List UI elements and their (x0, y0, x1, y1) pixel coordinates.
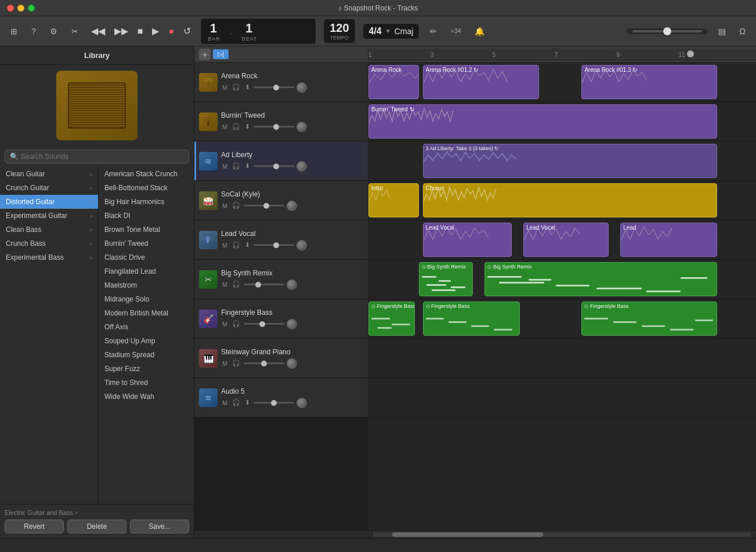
preset-flangilated-lead[interactable]: Flangilated Lead (99, 264, 194, 278)
track-volume-slider[interactable] (254, 126, 294, 128)
track-headphone-icon[interactable]: 🎧 (231, 319, 241, 328)
region-arena-rock[interactable]: Arena Rock (368, 65, 419, 99)
track-pan-knob[interactable] (287, 358, 297, 369)
track-pan-knob[interactable] (287, 319, 297, 329)
preset-classic-drive[interactable]: Classic Drive (99, 250, 194, 264)
track-mute-icon[interactable]: M (221, 83, 229, 92)
cycle-button[interactable]: ↺ (181, 24, 193, 38)
track-pan-knob[interactable] (296, 122, 307, 132)
sidebar-item-clean-guitar[interactable]: Clean Guitar › (0, 167, 98, 181)
help-icon[interactable]: ? (28, 24, 39, 38)
track-headphone-icon[interactable]: 🎧 (231, 398, 241, 407)
track-mute-icon[interactable]: M (221, 202, 229, 210)
track-volume-slider[interactable] (254, 165, 294, 167)
preset-bell-bottomed-stack[interactable]: Bell-Bottomed Stack (99, 181, 194, 195)
maximize-button[interactable] (28, 5, 35, 12)
track-headphone-icon[interactable]: 🎧 (231, 280, 241, 289)
track-headphone-icon[interactable]: 🎧 (231, 359, 241, 368)
preset-brown-tone-metal[interactable]: Brown Tone Metal (99, 223, 194, 237)
track-pan-knob[interactable] (296, 82, 307, 93)
region-fingerstyle-2[interactable]: ◇ Fingerstyle Bass (423, 302, 520, 336)
region-fingerstyle-3[interactable]: ◇ Fingerstyle Bass (581, 302, 717, 336)
track-record-icon[interactable]: ⬇ (244, 83, 251, 92)
track-volume-slider[interactable] (254, 86, 294, 88)
record-button[interactable]: ● (166, 25, 176, 38)
time-signature-display[interactable]: 4/4 ▼ Cmaj (363, 23, 420, 39)
preset-stadium-spread[interactable]: Stadium Spread (99, 348, 194, 362)
track-headphone-icon[interactable]: 🎧 (231, 241, 241, 249)
region-fingerstyle-1[interactable]: ◇ Fingerstyle Bass (368, 302, 415, 336)
tempo-display[interactable]: 120 TEMPO (323, 19, 355, 43)
fast-forward-button[interactable]: ▶▶ (112, 24, 131, 38)
track-mute-icon[interactable]: M (221, 399, 229, 407)
sidebar-item-experimental-guitar[interactable]: Experimental Guitar › (0, 209, 98, 223)
preset-burnin-tweed[interactable]: Burnin' Tweed (99, 237, 194, 250)
preset-off-axis[interactable]: Off Axis (99, 320, 194, 334)
track-volume-slider[interactable] (244, 323, 284, 325)
track-mute-icon[interactable]: M (221, 162, 229, 170)
search-input[interactable] (21, 152, 184, 161)
position-display[interactable]: 1 BAR . 1 BEAT (200, 18, 316, 45)
track-record-icon[interactable]: ⬇ (244, 398, 251, 407)
region-big-synth-1[interactable]: ◇ Big Synth Remix (419, 262, 473, 296)
headphones-button[interactable]: Ω (736, 24, 749, 38)
track-record-icon[interactable]: ⬇ (244, 122, 251, 131)
region-intro[interactable]: Intro (368, 183, 419, 217)
horizontal-scrollbar[interactable] (373, 532, 751, 537)
track-mute-icon[interactable]: M (221, 359, 229, 368)
preset-super-fuzz[interactable]: Super Fuzz (99, 362, 194, 376)
track-pan-knob[interactable] (296, 240, 307, 250)
track-volume-slider[interactable] (244, 284, 284, 285)
sidebar-item-crunch-bass[interactable]: Crunch Bass › (0, 237, 98, 250)
track-mute-icon[interactable]: M (221, 123, 229, 131)
stop-button[interactable]: ■ (135, 25, 146, 38)
region-lead-vocal-3[interactable]: Lead (620, 223, 717, 257)
track-volume-slider[interactable] (254, 402, 294, 404)
region-ad-liberty[interactable]: 3 Ad Liberty: Take 3 (3 takes) ↻ (423, 144, 718, 178)
sidebar-item-crunch-guitar[interactable]: Crunch Guitar › (0, 181, 98, 195)
sidebar-item-experimental-bass[interactable]: Experimental Bass › (0, 250, 98, 264)
rewind-button[interactable]: ◀◀ (89, 24, 107, 38)
list-view-button[interactable]: ▤ (715, 24, 729, 38)
preset-modern-british-metal[interactable]: Modern British Metal (99, 306, 194, 320)
count-in-button[interactable]: ⌗34 (447, 26, 464, 37)
add-track-button[interactable]: + (199, 49, 211, 60)
scissors-icon[interactable]: ✂ (68, 24, 82, 38)
preset-black-di[interactable]: Black DI (99, 209, 194, 223)
delete-button[interactable]: Delete (67, 520, 126, 533)
track-pan-knob[interactable] (287, 279, 297, 290)
preset-maelstrom[interactable]: Maelstrom (99, 278, 194, 292)
preset-time-to-shred[interactable]: Time to Shred (99, 376, 194, 390)
minimize-button[interactable] (17, 5, 24, 12)
play-button[interactable]: ▶ (150, 24, 161, 38)
track-volume-slider[interactable] (244, 362, 284, 364)
pencil-tool[interactable]: ✏ (426, 24, 440, 38)
preset-souped-up-amp[interactable]: Souped Up Amp (99, 334, 194, 348)
region-arena-rock-3[interactable]: Arena Rock #01.3 ↻ (581, 65, 717, 99)
region-lead-vocal-1[interactable]: Lead Vocal (423, 223, 512, 257)
track-pan-knob[interactable] (296, 161, 307, 172)
region-burnin-tweed[interactable]: Burnin' Tweed ↻ (368, 104, 717, 139)
revert-button[interactable]: Revert (5, 520, 64, 533)
track-mute-icon[interactable]: M (221, 241, 229, 249)
master-volume-control[interactable] (627, 28, 708, 34)
track-pan-knob[interactable] (296, 398, 307, 408)
settings-icon[interactable]: ⚙ (46, 24, 61, 38)
track-pan-knob[interactable] (287, 201, 297, 211)
track-volume-slider[interactable] (244, 205, 284, 206)
preset-american-stack-crunch[interactable]: American Stack Crunch (99, 167, 194, 181)
track-headphone-icon[interactable]: 🎧 (231, 83, 241, 92)
sidebar-item-clean-bass[interactable]: Clean Bass › (0, 223, 98, 237)
track-record-icon[interactable]: ⬇ (244, 241, 251, 249)
save-button[interactable]: Save... (130, 520, 189, 533)
region-arena-rock-2[interactable]: Arena Rock #01.2 ↻ (423, 65, 539, 99)
track-headphone-icon[interactable]: 🎧 (231, 122, 241, 131)
smart-controls-button[interactable]: ▷| (213, 49, 229, 59)
track-record-icon[interactable]: ⬇ (244, 162, 251, 170)
track-headphone-icon[interactable]: 🎧 (231, 201, 241, 210)
library-icon[interactable]: ⊞ (7, 24, 21, 38)
close-button[interactable] (7, 5, 14, 12)
sidebar-item-distorted-guitar[interactable]: Distorted Guitar › (0, 195, 98, 209)
track-mute-icon[interactable]: M (221, 281, 229, 289)
region-big-synth-2[interactable]: ◇ Big Synth Remix (484, 262, 717, 296)
